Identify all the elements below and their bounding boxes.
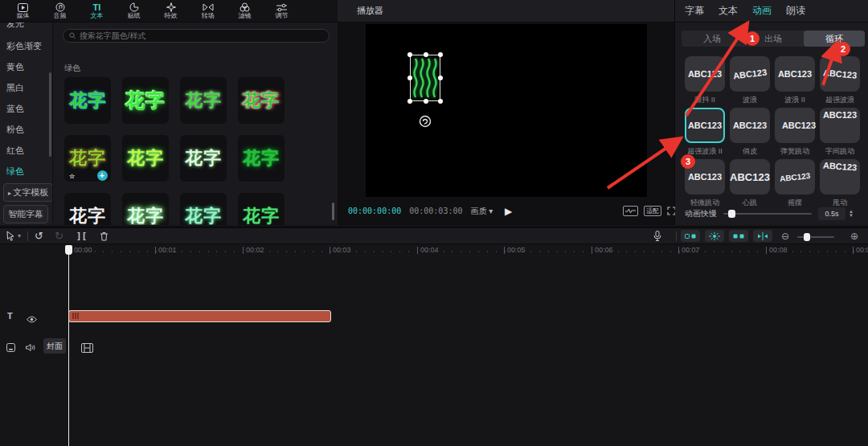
text-style-tile[interactable]: 花字 — [238, 135, 285, 182]
zoom-out-icon[interactable]: ⊖ — [781, 231, 789, 242]
sidebar-item-red[interactable]: 红色 — [6, 145, 24, 157]
resize-handle-ne[interactable] — [438, 52, 443, 57]
resize-handle-sw[interactable] — [407, 99, 412, 104]
fit-button[interactable]: 适配 — [644, 206, 661, 216]
toolbar-text[interactable]: TI 文本 — [82, 2, 112, 19]
sidebar-item-blackwhite[interactable]: 黑白 — [6, 82, 24, 94]
anim-tile-letterjump[interactable]: ABC123 — [820, 108, 860, 143]
toolbar-transition[interactable]: 转场 — [193, 2, 223, 19]
timeline-zoom-slider[interactable] — [797, 236, 834, 238]
anim-tile-swing[interactable]: ABC123 — [775, 159, 815, 194]
preview-axis-toggle-icon[interactable] — [729, 230, 748, 242]
text-style-tile[interactable]: 花字 — [180, 193, 227, 225]
track-box-icon[interactable] — [6, 341, 15, 355]
timeline-zoom-handle[interactable] — [804, 233, 810, 241]
clip-left-grip[interactable] — [72, 313, 79, 319]
text-style-tile[interactable]: 花字 — [64, 77, 111, 124]
text-style-tile[interactable]: 花字 — [180, 135, 227, 182]
sidebar-item-yellow[interactable]: 黄色 — [6, 61, 24, 73]
anim-tile-wave2[interactable]: ABC123 — [775, 56, 815, 92]
text-track-icon: T — [7, 311, 13, 321]
search-input[interactable] — [80, 31, 323, 40]
subtab-in[interactable]: 入场 — [682, 31, 743, 47]
toolbar-audio[interactable]: 音频 — [45, 2, 75, 19]
anim-tile-superwave[interactable]: ABC123 — [820, 56, 860, 92]
text-clip[interactable] — [68, 310, 331, 322]
subtab-loop[interactable]: 循环 — [804, 31, 865, 47]
select-tool-dropdown-icon[interactable]: ▾ — [18, 232, 21, 239]
cover-button[interactable]: 封面 — [43, 338, 66, 354]
toolbar-filter[interactable]: 滤镜 — [230, 2, 260, 19]
snap-toggle-icon[interactable] — [681, 230, 700, 242]
resize-handle-nw[interactable] — [407, 52, 412, 57]
toolbar-sticker[interactable]: 贴纸 — [119, 2, 149, 19]
select-tool-icon[interactable] — [6, 231, 15, 241]
text-selection-box[interactable] — [410, 55, 440, 101]
mute-speaker-icon[interactable] — [26, 341, 35, 355]
preview-canvas[interactable] — [366, 24, 647, 197]
anim-tile-playful[interactable]: ABC123 — [730, 108, 770, 143]
sidebar-item-color-gradient[interactable]: 彩色渐变 — [6, 40, 42, 52]
anim-tile-fling[interactable]: ABC123 — [820, 159, 860, 194]
overview-toggle-icon[interactable] — [753, 230, 772, 242]
play-button[interactable]: ▶ — [505, 206, 512, 217]
inspector-tabs: 字幕 文本 动画 朗读 — [675, 0, 868, 23]
text-style-tile-favorited[interactable]: 花字☆+ — [64, 135, 111, 182]
text-style-tile[interactable]: 花字 — [122, 135, 169, 182]
add-icon[interactable]: + — [97, 170, 108, 181]
anim-tile-superwave2-selected[interactable]: ABC123 — [685, 108, 725, 143]
tab-caption[interactable]: 字幕 — [685, 4, 704, 18]
tab-voiceover[interactable]: 朗读 — [786, 4, 805, 18]
text-style-tile[interactable]: 花字 — [238, 193, 285, 225]
resize-handle-e[interactable] — [438, 76, 443, 80]
sidebar-item-text-template[interactable]: ▸ 文字模板 — [3, 183, 53, 202]
sidebar-item-smart-caption[interactable]: 智能字幕 — [3, 205, 48, 223]
delete-icon[interactable] — [100, 231, 108, 241]
sidebar-scrollbar[interactable] — [49, 72, 51, 157]
anim-tile-wave[interactable]: ABC123 — [730, 56, 770, 92]
eye-icon[interactable] — [27, 312, 37, 326]
speed-slider-handle[interactable] — [728, 210, 735, 218]
redo-icon[interactable]: ↻ — [55, 230, 63, 242]
search-bar[interactable] — [63, 29, 330, 43]
playhead-handle[interactable] — [65, 245, 72, 255]
sidebar-item-blue[interactable]: 蓝色 — [6, 103, 24, 115]
sidebar-item-glow[interactable]: 发光 — [6, 23, 24, 30]
link-preview-toggle-icon[interactable] — [705, 230, 724, 242]
text-style-tile[interactable]: 花字 — [238, 77, 285, 124]
split-icon[interactable]: ][ — [76, 231, 87, 241]
star-icon[interactable]: ☆ — [69, 173, 76, 180]
sidebar-item-pink[interactable]: 粉色 — [6, 124, 24, 136]
zoom-in-icon[interactable]: ⊕ — [850, 231, 858, 242]
toolbar-adjust[interactable]: 调节 — [267, 2, 297, 19]
anim-tile-tremble2[interactable]: ABC123 — [685, 56, 725, 92]
undo-icon[interactable]: ↺ — [35, 230, 43, 242]
anim-tile-heartbeat[interactable]: ABC123 — [730, 159, 770, 194]
resize-handle-n[interactable] — [424, 52, 428, 57]
tab-animation[interactable]: 动画 — [752, 4, 772, 18]
anim-tile-spring[interactable]: ABC123 — [775, 108, 815, 143]
text-style-tile[interactable]: 花字 — [180, 77, 227, 124]
resize-handle-se[interactable] — [438, 99, 443, 104]
toolbar-media[interactable]: 媒体 — [8, 2, 38, 19]
grid-scrollbar[interactable] — [332, 203, 334, 220]
resize-handle-w[interactable] — [407, 76, 412, 80]
speed-slider[interactable] — [723, 213, 812, 215]
tab-text[interactable]: 文本 — [719, 4, 738, 18]
sidebar-item-green[interactable]: 绿色 — [6, 166, 24, 178]
resize-handle-s[interactable] — [424, 99, 428, 104]
text-style-tile[interactable]: 花字 — [122, 77, 169, 124]
record-voiceover-icon[interactable] — [653, 231, 661, 241]
playhead[interactable] — [68, 245, 69, 446]
text-style-tile[interactable]: 花字 — [64, 193, 111, 225]
timeline-area[interactable]: 00:00 00:01 00:02 00:03 00:04 00:05 00:0… — [0, 245, 868, 446]
rotate-handle-icon[interactable] — [419, 115, 432, 128]
waveform-toggle-icon[interactable] — [623, 206, 638, 216]
quality-dropdown[interactable]: 画质 ▾ — [470, 206, 493, 217]
section-label: 绿色 — [64, 63, 80, 74]
toolbar-effects[interactable]: 特效 — [156, 2, 186, 19]
text-style-tile[interactable]: 花字 — [122, 193, 169, 225]
speed-stepper[interactable]: ▲▼ — [849, 210, 854, 218]
player-controls: 00:00:00:00 00:00:03:00 画质 ▾ ▶ 适配 — [338, 197, 674, 225]
media-icon — [18, 2, 29, 12]
